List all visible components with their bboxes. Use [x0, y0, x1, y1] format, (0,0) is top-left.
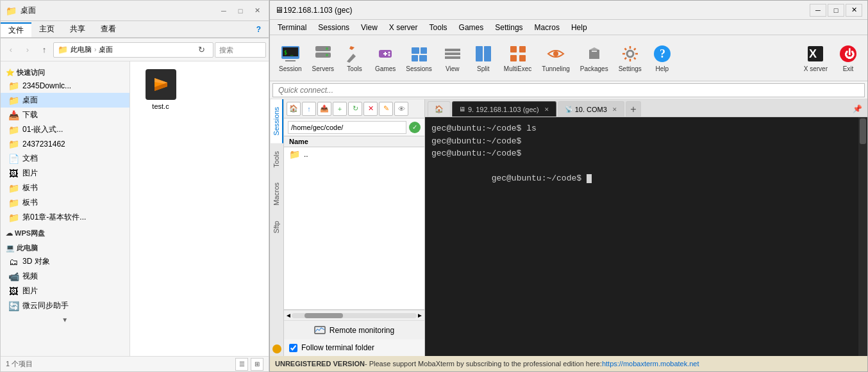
fe-tab-share[interactable]: 共享	[62, 21, 93, 37]
fe-minimize-btn[interactable]: ─	[217, 4, 230, 17]
mx-close-btn[interactable]: ✕	[846, 4, 862, 17]
follow-terminal-folder[interactable]: Follow terminal folder	[284, 339, 424, 356]
terminal-tab-com3[interactable]: 📡 10. COM3 ✕	[558, 101, 624, 117]
mx-sftp-list: 📁 ..	[284, 147, 424, 309]
fe-search-input[interactable]	[215, 42, 266, 58]
fe-tab-home[interactable]: 主页	[31, 21, 62, 37]
sftp-path-ok-btn[interactable]: ✓	[409, 122, 421, 133]
sidebar-item-2437[interactable]: 📁 2437231462	[1, 137, 129, 151]
sidebar-item-embedded[interactable]: 📁 01-嵌入式...	[1, 122, 129, 137]
sidebar-item-docs[interactable]: 📄 文档	[1, 151, 129, 166]
sftp-rename-btn[interactable]: ✎	[379, 102, 393, 116]
menu-settings[interactable]: Settings	[490, 22, 528, 33]
mx-minimize-btn[interactable]: ─	[810, 4, 826, 17]
remote-monitoring-btn[interactable]: Remote monitoring	[284, 320, 424, 339]
add-tab-btn[interactable]: +	[626, 101, 641, 117]
split-icon	[473, 44, 494, 64]
menu-view[interactable]: View	[356, 22, 383, 33]
fe-item-count: 1 个项目	[6, 359, 33, 369]
menu-tools[interactable]: Tools	[424, 22, 453, 33]
toolbar-view[interactable]: View	[438, 41, 467, 75]
fe-help-btn[interactable]: ?	[249, 21, 269, 37]
follow-terminal-checkbox[interactable]	[289, 344, 297, 352]
sidebar-item-label: 板书	[22, 182, 38, 193]
sidebar-item-desktop[interactable]: 📁 桌面	[1, 93, 129, 108]
mx-terminal-scrollbar[interactable]	[858, 117, 867, 356]
toolbar-tools[interactable]: Tools	[340, 41, 369, 75]
sidebar-item-board2[interactable]: 📁 板书	[1, 195, 129, 210]
toolbar-help[interactable]: ? Help	[648, 41, 676, 75]
fe-tab-view[interactable]: 查看	[93, 21, 124, 37]
fe-back-btn[interactable]: ‹	[3, 42, 19, 58]
sidebar-ball[interactable]	[272, 344, 281, 353]
fe-up-btn[interactable]: ↑	[37, 42, 52, 58]
sftp-upload-btn[interactable]: ↑	[302, 102, 316, 116]
toolbar-sessions[interactable]: Sessions	[402, 41, 436, 75]
pin-btn[interactable]: 📌	[849, 101, 865, 117]
menu-xserver[interactable]: X server	[384, 22, 423, 33]
file-item-testc[interactable]: test.c	[135, 67, 187, 113]
menu-terminal[interactable]: Terminal	[272, 22, 312, 33]
detail-view-btn[interactable]: ⊞	[251, 358, 263, 371]
sidebar-item-pictures[interactable]: 🖼 图片	[1, 166, 129, 181]
remote-monitoring-label: Remote monitoring	[330, 326, 394, 335]
sidebar-item-chapter01[interactable]: 📁 第01章-基本软件...	[1, 210, 129, 225]
sidebar-tab-sessions[interactable]: Sessions	[271, 99, 283, 143]
sidebar-more-btn[interactable]: ▼	[1, 313, 129, 326]
mx-maximize-btn[interactable]: □	[828, 4, 844, 17]
toolbar-packages[interactable]: Packages	[576, 41, 612, 75]
mx-terminal[interactable]: gec@ubuntu:~/code$ ls gec@ubuntu:~/code$…	[425, 117, 858, 356]
sftp-scroll-thumb[interactable]	[305, 313, 343, 318]
menu-games[interactable]: Games	[454, 22, 489, 33]
menu-sessions[interactable]: Sessions	[313, 22, 355, 33]
scroll-left-icon[interactable]: ◄	[285, 312, 292, 319]
toolbar-tunneling[interactable]: Tunneling	[538, 41, 574, 75]
menu-macros[interactable]: Macros	[530, 22, 565, 33]
sftp-scrollbar[interactable]: ◄ ►	[284, 310, 424, 320]
sidebar-item-2345[interactable]: 📁 2345Downlc...	[1, 79, 129, 93]
fe-maximize-btn[interactable]: □	[234, 4, 247, 17]
toolbar-xserver[interactable]: X X server	[800, 41, 831, 75]
sftp-delete-btn[interactable]: ✕	[363, 102, 378, 116]
sftp-path-input[interactable]	[288, 121, 406, 134]
toolbar-multiexec[interactable]: MultiExec	[500, 41, 535, 75]
fe-forward-btn[interactable]: ›	[20, 42, 35, 58]
fe-refresh-btn[interactable]: ↻	[194, 42, 209, 58]
fe-tab-file[interactable]: 文件	[1, 22, 31, 37]
toolbar-settings[interactable]: Settings	[615, 41, 646, 75]
sidebar-item-label: 图片	[22, 286, 38, 296]
toolbar-games[interactable]: Games	[371, 41, 399, 75]
sftp-new-folder-btn[interactable]: +	[333, 102, 347, 116]
sidebar-tab-sftp[interactable]: Sftp	[271, 213, 283, 241]
sidebar-item-weiyun[interactable]: 🔄 微云同步助手	[1, 298, 129, 313]
mobatek-link[interactable]: https://mobaxterm.mobatek.net	[602, 360, 699, 368]
toolbar-session[interactable]: $ _ Session	[275, 41, 306, 75]
sidebar-item-video[interactable]: 📹 视频	[1, 269, 129, 284]
scroll-right-icon[interactable]: ►	[417, 312, 423, 319]
fe-address-bar[interactable]: 📁 此电脑 › 桌面 ↻	[53, 42, 213, 58]
sidebar-item-board1[interactable]: 📁 板书	[1, 181, 129, 195]
sidebar-item-downloads[interactable]: 📥 下载	[1, 108, 129, 122]
sftp-hidden-btn[interactable]: 👁	[394, 102, 408, 116]
menu-help[interactable]: Help	[566, 22, 592, 33]
list-view-btn[interactable]: ☰	[235, 358, 248, 371]
toolbar-exit[interactable]: ⏻ Exit	[834, 41, 862, 75]
terminal-tab-ssh[interactable]: 🖥 9. 192.168.1.103 (gec) ✕	[452, 101, 556, 117]
sidebar-item-3d[interactable]: 🗂 3D 对象	[1, 254, 129, 269]
sftp-item-dotdot[interactable]: 📁 ..	[284, 147, 424, 161]
sidebar-tab-macros[interactable]: Macros	[271, 175, 283, 213]
terminal-scrollbar-thumb[interactable]	[860, 118, 866, 144]
quick-connect-input[interactable]	[272, 83, 865, 97]
sidebar-item-pics[interactable]: 🖼 图片	[1, 284, 129, 298]
toolbar-servers[interactable]: Servers	[308, 41, 338, 75]
sidebar-tab-tools[interactable]: Tools	[271, 143, 283, 175]
sftp-refresh-btn[interactable]: ↻	[348, 102, 362, 116]
toolbar-split[interactable]: Split	[469, 41, 497, 75]
fe-close-btn[interactable]: ✕	[251, 4, 263, 17]
sftp-home-btn[interactable]: 🏠	[287, 102, 301, 116]
sftp-scroll-track[interactable]	[292, 313, 417, 318]
tab-close-icon[interactable]: ✕	[544, 106, 549, 113]
sftp-upload-folder-btn[interactable]: 📤	[317, 102, 331, 116]
com3-tab-close-icon[interactable]: ✕	[612, 106, 617, 113]
terminal-cursor	[587, 174, 592, 183]
